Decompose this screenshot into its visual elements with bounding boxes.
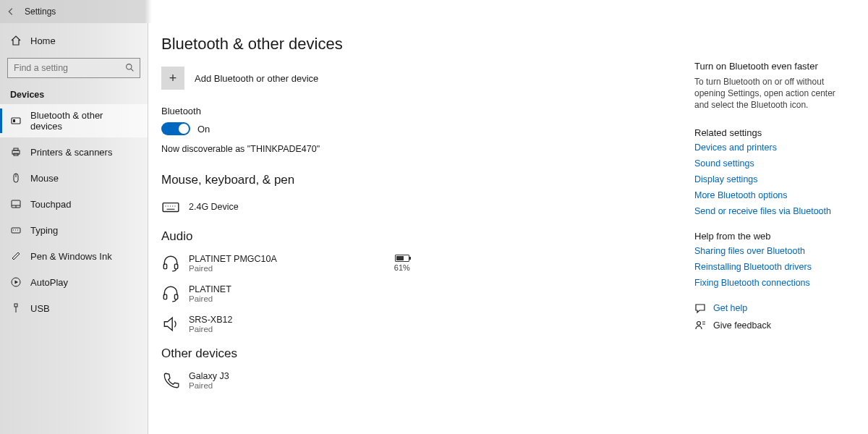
plus-icon: + (161, 67, 184, 90)
device-status: Paired (189, 264, 277, 273)
sidebar-item-mouse[interactable]: Mouse (0, 166, 148, 190)
sidebar-home[interactable]: Home (0, 29, 148, 52)
sidebar-item-label: Typing (30, 225, 58, 236)
sidebar-item-printers[interactable]: Printers & scanners (0, 140, 148, 163)
sidebar-item-label: Touchpad (30, 199, 71, 210)
touchpad-icon (10, 198, 22, 210)
related-link[interactable]: Display settings (694, 174, 852, 184)
search-wrap (0, 55, 148, 82)
related-link[interactable]: Send or receive files via Bluetooth (694, 206, 852, 216)
add-device-button[interactable]: + Add Bluetooth or other device (161, 67, 680, 90)
sidebar-item-pen[interactable]: Pen & Windows Ink (0, 244, 148, 268)
related-link[interactable]: More Bluetooth options (694, 190, 852, 200)
sidebar-item-label: Bluetooth & other devices (30, 110, 137, 132)
help-icon (694, 302, 706, 314)
battery-icon (395, 255, 409, 262)
sidebar-item-label: AutoPlay (30, 277, 68, 288)
related-header: Related settings (694, 127, 852, 138)
phone-icon (161, 371, 180, 390)
group-title-audio: Audio (161, 229, 680, 244)
svg-rect-28 (163, 294, 166, 299)
sidebar-item-autoplay[interactable]: AutoPlay (0, 271, 148, 294)
sidebar-item-label: Pen & Windows Ink (30, 251, 112, 262)
device-status: Paired (189, 294, 231, 303)
bluetooth-label: Bluetooth (161, 106, 680, 116)
device-row[interactable]: 2.4G Device (161, 195, 680, 225)
add-device-label: Add Bluetooth or other device (195, 73, 318, 84)
sidebar-item-label: Printers & scanners (30, 147, 112, 158)
device-status: Paired (189, 381, 229, 390)
webhelp-header: Help from the web (694, 231, 852, 242)
svg-point-0 (127, 64, 132, 69)
device-name: 2.4G Device (189, 202, 239, 212)
device-name: SRS-XB12 (189, 315, 232, 325)
device-name: Galaxy J3 (189, 371, 229, 381)
speaker-icon (161, 315, 180, 333)
svg-rect-17 (14, 304, 17, 307)
back-icon[interactable] (6, 7, 16, 17)
device-row[interactable]: PLATINET Paired (161, 281, 680, 312)
svg-rect-19 (163, 203, 179, 212)
autoplay-icon (10, 276, 22, 288)
svg-rect-2 (12, 118, 20, 124)
related-link[interactable]: Sound settings (694, 158, 852, 169)
pen-icon (10, 250, 22, 262)
battery-percent: 61% (394, 263, 410, 272)
give-feedback-row[interactable]: Give feedback (694, 320, 852, 331)
home-icon (10, 35, 22, 46)
sidebar-item-bluetooth[interactable]: Bluetooth & other devices (0, 104, 148, 137)
svg-rect-26 (163, 264, 166, 269)
svg-rect-29 (174, 294, 177, 299)
related-link[interactable]: Devices and printers (694, 142, 852, 153)
svg-rect-5 (14, 148, 18, 150)
headset-icon (161, 284, 180, 303)
battery-indicator: 61% (394, 255, 410, 272)
sidebar-item-typing[interactable]: Typing (0, 218, 148, 242)
sidebar-home-label: Home (30, 35, 56, 46)
printer-icon (10, 146, 22, 158)
bluetooth-toggle[interactable] (161, 122, 190, 135)
bluetooth-state: On (197, 124, 210, 135)
sidebar-section-header: Devices (0, 85, 148, 101)
webhelp-link[interactable]: Fixing Bluetooth connections (694, 278, 852, 288)
keyboard-icon (161, 197, 180, 216)
group-title-other: Other devices (161, 346, 680, 361)
group-title-mkp: Mouse, keyboard, & pen (161, 173, 680, 187)
webhelp-link[interactable]: Sharing files over Bluetooth (694, 246, 852, 256)
aside: Turn on Bluetooth even faster To turn Bl… (694, 30, 868, 434)
device-row[interactable]: PLATINET PMGC10A Paired 61% (161, 251, 680, 281)
titlebar: Settings (0, 0, 868, 23)
usb-icon (10, 302, 22, 314)
content: Bluetooth & other devices + Add Bluetoot… (161, 30, 694, 434)
sidebar-item-usb[interactable]: USB (0, 297, 148, 320)
device-row[interactable]: SRS-XB12 Paired (161, 312, 680, 342)
tip-body: To turn Bluetooth on or off without open… (694, 76, 852, 111)
sidebar-item-label: Mouse (30, 173, 59, 184)
svg-rect-3 (13, 119, 15, 122)
bluetooth-icon (10, 115, 22, 127)
mouse-icon (10, 172, 22, 184)
device-row[interactable]: Galaxy J3 Paired (161, 368, 680, 399)
device-status: Paired (189, 325, 232, 333)
headset-icon (161, 254, 180, 273)
device-name: PLATINET (189, 284, 231, 294)
page-title: Bluetooth & other devices (161, 35, 680, 54)
svg-rect-27 (174, 264, 177, 269)
sidebar-item-touchpad[interactable]: Touchpad (0, 192, 148, 216)
search-icon (125, 63, 135, 75)
svg-point-30 (697, 321, 701, 325)
window-title: Settings (25, 7, 56, 17)
sidebar-item-label: USB (30, 303, 50, 314)
search-input[interactable] (7, 58, 140, 78)
feedback-icon (694, 320, 706, 331)
discoverable-text: Now discoverable as "THINKPADE470" (161, 144, 680, 154)
give-feedback-link: Give feedback (713, 320, 771, 331)
get-help-row[interactable]: Get help (694, 302, 852, 314)
svg-line-1 (131, 69, 133, 71)
sidebar: Home Devices Bluetooth & other devices P… (0, 23, 148, 434)
device-name: PLATINET PMGC10A (189, 254, 277, 264)
get-help-link[interactable]: Get help (713, 303, 747, 313)
tip-title: Turn on Bluetooth even faster (694, 61, 852, 72)
webhelp-link[interactable]: Reinstalling Bluetooth drivers (694, 262, 852, 272)
typing-icon (10, 224, 22, 236)
